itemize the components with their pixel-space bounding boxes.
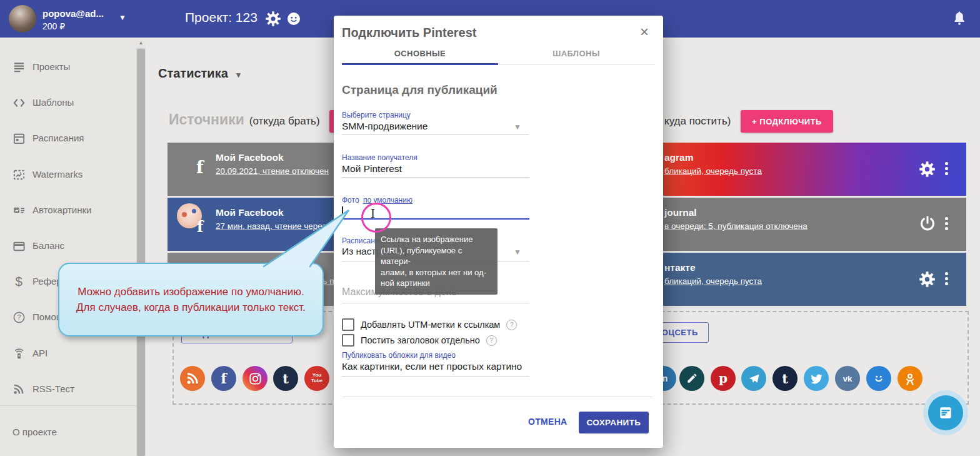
power-icon[interactable] [919, 215, 936, 232]
pinterest-icon[interactable]: p [711, 366, 736, 391]
gear-icon[interactable] [919, 271, 936, 288]
rss-icon [11, 382, 26, 397]
tutorial-callout: Можно добавить изображение по умолчанию.… [58, 263, 324, 337]
sidebar: Проекты Шаблоны Расписания Watermarks [0, 38, 146, 456]
card-icon [11, 238, 26, 253]
sidebar-item-templates[interactable]: Шаблоны [0, 93, 136, 114]
field-underline [342, 177, 529, 178]
title-checkbox[interactable] [342, 334, 354, 347]
sidebar-item-auto-images[interactable]: Автокартинки [0, 200, 136, 221]
project-title: Проект: 123 [185, 10, 258, 25]
twitter-icon[interactable] [804, 366, 829, 391]
callout-text: Можно добавить изображение по умолчанию.… [59, 280, 322, 320]
utm-checkbox[interactable] [342, 318, 354, 331]
avatar[interactable] [9, 5, 36, 33]
list-icon [11, 59, 26, 74]
app-canvas: Статистика ▾ Источники (откуда брать) + … [0, 0, 980, 456]
chevron-down-icon: ▾ [236, 70, 241, 79]
watermark-icon [11, 167, 26, 182]
help-icon[interactable]: ? [506, 320, 517, 330]
click-highlight-ring [361, 203, 391, 233]
callout-tail [250, 206, 356, 271]
scrollbar-thumb[interactable] [137, 49, 145, 456]
sidebar-scrollbar[interactable]: ▲ [136, 38, 146, 456]
footer-divider [342, 397, 653, 397]
save-button[interactable]: СОХРАНИТЬ [579, 412, 649, 433]
field-underline [342, 134, 529, 135]
sidebar-item-label: Шаблоны [32, 97, 74, 108]
sidebar-item-label: API [32, 348, 48, 358]
card-status-link[interactable]: в очереди: 5, публикация отключена [664, 221, 808, 231]
bell-icon[interactable] [951, 11, 968, 27]
title-checkbox-row: Постить заголовок отдельно ? [342, 334, 497, 347]
sidebar-item-about[interactable]: О проекте [12, 427, 57, 437]
avatar-decor [192, 209, 196, 213]
sources-hint: (откуда брать) [249, 115, 320, 128]
face-icon[interactable] [286, 11, 301, 26]
kebab-icon[interactable] [945, 272, 948, 285]
card-status-link[interactable]: бликаций, очередь пуста [664, 166, 762, 176]
tab-templates[interactable]: ШАБЛОНЫ [498, 44, 654, 63]
page-select[interactable]: SMM-продвижение [342, 121, 529, 132]
odnoklassniki-icon[interactable] [898, 366, 922, 391]
chevron-down-icon[interactable]: ▼ [119, 13, 126, 22]
sidebar-item-label: Watermarks [32, 169, 82, 180]
help-icon: ? [11, 310, 26, 325]
field-underline [342, 376, 529, 377]
youtube-icon[interactable]: YouTube [304, 366, 329, 391]
utm-checkbox-label: Добавлять UTM-метки к ссылкам [361, 320, 500, 330]
telegram-icon[interactable] [741, 366, 766, 391]
gear-icon[interactable] [265, 11, 281, 27]
card-status-link[interactable]: бликаций, очередь пуста [664, 276, 762, 286]
moimir-icon[interactable] [866, 366, 891, 391]
tumblr-icon[interactable]: t [772, 366, 798, 391]
kebab-icon[interactable] [945, 217, 948, 230]
chevron-down-icon[interactable]: ▼ [514, 248, 521, 256]
card-title-fragment: journal [664, 207, 697, 218]
instagram-icon[interactable] [242, 366, 268, 391]
tooltip-line: ной картинки [381, 278, 492, 289]
title-checkbox-label: Постить заголовок отдельно [361, 335, 480, 345]
sidebar-divider [0, 405, 146, 406]
utm-checkbox-row: Добавлять UTM-метки к ссылкам ? [342, 318, 517, 331]
video-covers-select[interactable]: Как картинки, если нет простых картино [342, 361, 529, 372]
gear-icon[interactable] [919, 161, 936, 178]
calendar-icon [11, 131, 26, 146]
receiver-name-field[interactable]: Мой Pinterest [342, 163, 529, 175]
chat-icon [928, 395, 963, 430]
sidebar-item-balance[interactable]: Баланс [0, 236, 136, 257]
username[interactable]: popova@ad... [42, 8, 104, 19]
auto-images-icon [11, 203, 26, 218]
sidebar-item-rss-test[interactable]: RSS-Тест [0, 379, 136, 400]
rss-icon[interactable] [180, 366, 205, 391]
cancel-button[interactable]: ОТМЕНА [528, 417, 567, 427]
page-title-label: Статистика [158, 66, 228, 80]
livejournal-icon[interactable] [679, 366, 704, 391]
code-icon [11, 95, 26, 110]
facebook-icon[interactable]: f [211, 366, 236, 391]
sources-header: Источники (откуда брать) [169, 111, 320, 128]
card-status-link[interactable]: 20.09.2021, чтение отключен [216, 166, 329, 176]
scroll-up-arrow-icon[interactable]: ▲ [136, 38, 146, 48]
sources-title: Источники [169, 111, 244, 128]
receivers-title-fragment: куда постить) [664, 115, 731, 128]
sidebar-item-schedules[interactable]: Расписания [0, 128, 136, 149]
support-chat-button[interactable] [923, 390, 968, 435]
modal-section-title: Страница для публикаций [342, 83, 498, 97]
avatar-decor [182, 212, 187, 217]
sidebar-item-watermarks[interactable]: Watermarks [0, 165, 136, 186]
page-title[interactable]: Статистика ▾ [158, 66, 241, 81]
vk-icon[interactable]: vk [835, 366, 860, 391]
help-icon[interactable]: ? [486, 335, 497, 346]
sidebar-item-projects[interactable]: Проекты [0, 57, 136, 78]
close-icon[interactable]: × [640, 23, 649, 41]
chevron-down-icon[interactable]: ▼ [514, 123, 521, 131]
card-title-fragment: нтакте [664, 262, 696, 273]
tab-main[interactable]: ОСНОВНЫЕ [342, 44, 498, 63]
sidebar-item-api[interactable]: API [0, 343, 136, 365]
tumblr-icon[interactable]: t [273, 366, 298, 391]
kebab-icon[interactable] [945, 162, 948, 175]
receivers-connect-button[interactable]: + ПОДКЛЮЧИТЬ [741, 110, 833, 133]
facebook-icon: f [197, 218, 203, 236]
field-tooltip: Ссылка на изображение (URL), публикуемое… [375, 228, 498, 295]
